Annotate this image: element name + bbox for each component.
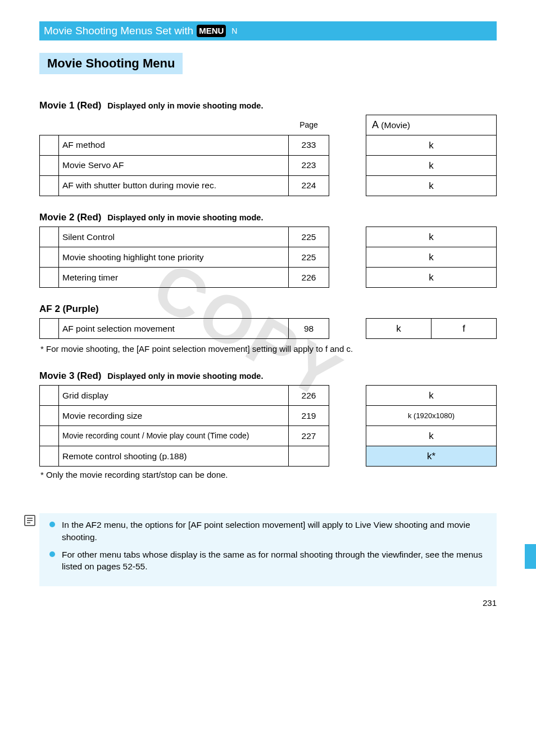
cat3-right-table: kf: [366, 318, 497, 339]
cat3-left-table: AF point selection movement98: [39, 318, 329, 339]
menu-badge-icon: MENU: [197, 25, 226, 37]
table-row: AF method233: [40, 135, 329, 155]
table-row: k: [366, 156, 497, 176]
table-row: Silent Control225: [40, 227, 329, 247]
table-row: Movie recording count / Movie play count…: [40, 426, 329, 446]
notes-icon: [24, 514, 36, 530]
table-row: k: [366, 268, 497, 288]
subsection-heading: Movie Shooting Menu: [39, 53, 183, 74]
camera-icon: A: [372, 119, 379, 130]
hdr-right-fill: (Movie): [381, 120, 410, 130]
cat3-label: AF 2 (Purple): [39, 304, 497, 315]
cat2-label: Movie 2 (Red) Displayed only in movie sh…: [39, 212, 497, 223]
cat4-label: Movie 3 (Red) Displayed only in movie sh…: [39, 370, 497, 382]
table-row: Movie recording size219: [40, 406, 329, 426]
table-row: Remote control shooting (p.188): [40, 446, 329, 467]
table-row: k*: [366, 446, 497, 467]
page-title: Movie Shooting Menus Set with MENU N: [39, 21, 497, 40]
table-row: AF point selection movement98: [40, 319, 329, 339]
list-item: In the AF2 menu, the options for [AF poi…: [62, 519, 489, 543]
heading-prefix: Movie Shooting Menus Set with: [44, 25, 193, 37]
cat1-right-table: A (Movie) k k k: [366, 115, 497, 196]
cat1-label: Movie 1 (Red) Displayed only in movie sh…: [39, 100, 497, 111]
table-row: k: [366, 426, 497, 446]
table-row: k: [366, 135, 497, 156]
table-row: k: [366, 227, 497, 247]
table-row: AF with shutter button during movie rec.…: [40, 175, 329, 196]
notes-panel: In the AF2 menu, the options for [AF poi…: [39, 513, 497, 586]
cat4-subnote: * Only the movie recording start/stop ca…: [39, 470, 497, 479]
table-row: Metering timer226: [40, 268, 329, 288]
cat4-right-table: k k (1920x1080) k k*: [366, 385, 497, 467]
table-row: k: [366, 247, 497, 268]
page-col-header: Page: [289, 115, 329, 135]
cat1-left-table: Page AF method233 Movie Servo AF223 AF w…: [39, 115, 329, 196]
table-row: k: [366, 386, 497, 406]
table-row: kf: [366, 319, 497, 339]
cat2-left-table: Silent Control225 Movie shooting highlig…: [39, 227, 329, 288]
heading-trailing-star-icon: N: [231, 26, 237, 35]
table-row: k: [366, 176, 497, 196]
cat4-note: Displayed only in movie shooting mode.: [104, 372, 263, 381]
cat1-note: Displayed only in movie shooting mode.: [104, 101, 263, 110]
section-side-tab: [525, 544, 536, 569]
table-row: k (1920x1080): [366, 406, 497, 426]
page-number: 231: [483, 598, 497, 608]
cat4-left-table: Grid display226 Movie recording size219 …: [39, 385, 329, 467]
cat3-footnote: * For movie shooting, the [AF point sele…: [39, 343, 497, 355]
list-item: For other menu tabs whose display is the…: [62, 549, 489, 573]
table-row: Grid display226: [40, 386, 329, 406]
table-row: Movie shooting highlight tone priority22…: [40, 247, 329, 268]
cat2-right-table: k k k: [366, 227, 497, 288]
cat2-note: Displayed only in movie shooting mode.: [104, 213, 263, 222]
table-row: Movie Servo AF223: [40, 155, 329, 175]
